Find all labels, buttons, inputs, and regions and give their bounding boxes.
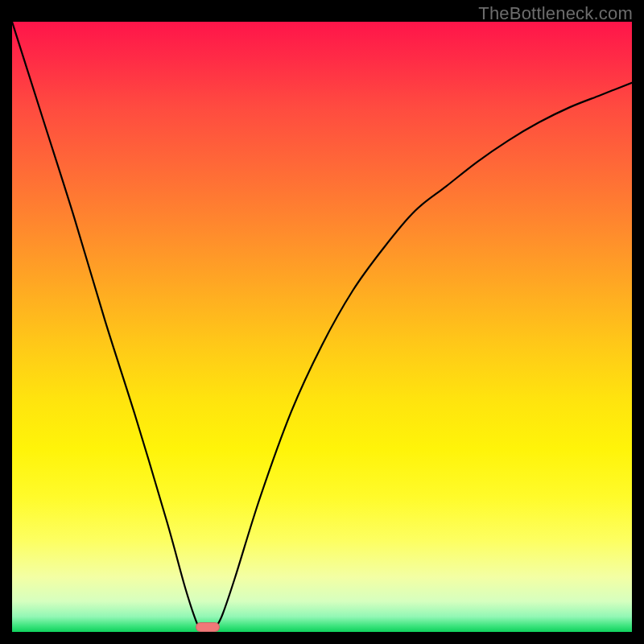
optimal-marker	[196, 622, 220, 632]
watermark-text: TheBottleneck.com	[478, 3, 633, 24]
marker-layer	[12, 622, 632, 632]
bottleneck-curve	[12, 22, 632, 632]
plot-area	[12, 22, 632, 632]
chart-frame: TheBottleneck.com	[0, 0, 644, 644]
